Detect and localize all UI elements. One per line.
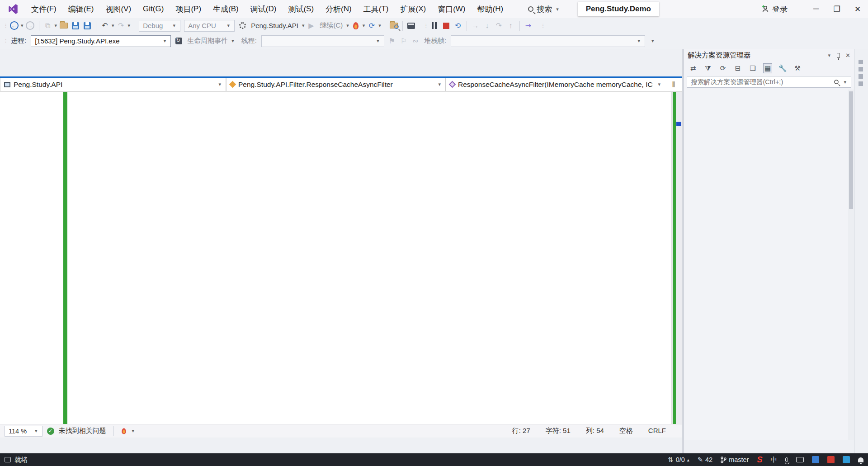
search-control[interactable]: 搜索 ▾ (528, 4, 560, 14)
toolbar-overflow-icon[interactable]: ▾ (651, 38, 655, 44)
step-over-icon[interactable]: → (470, 20, 481, 32)
toggle-flagged-icon[interactable]: ∾ (410, 35, 421, 47)
close-button[interactable]: ✕ (847, 0, 868, 18)
redo-icon[interactable]: ↷ (116, 20, 127, 32)
close-icon[interactable]: ✕ (845, 52, 850, 59)
menu-文件[interactable]: 文件(F) (25, 0, 62, 18)
thread-dropdown[interactable]: ▾ (261, 35, 384, 47)
hot-reload-icon[interactable] (122, 428, 126, 434)
app-tile-red-icon[interactable] (827, 456, 835, 463)
indentation-indicator[interactable]: 空格 (619, 427, 633, 435)
git-sync-indicator[interactable]: ⇅ 0/0 ▴ (668, 456, 689, 463)
lifecycle-events-button[interactable]: 生命周期事件 (187, 37, 228, 45)
sync-with-active-document-icon[interactable]: ⇄ (689, 63, 698, 73)
menu-调试[interactable]: 调试(D) (245, 0, 283, 18)
menu-项目[interactable]: 项目(P) (170, 0, 207, 18)
toolbar-drag-handle[interactable]: ⋮ (541, 25, 543, 27)
show-all-files-icon[interactable]: ❏ (748, 63, 757, 73)
sogou-icon[interactable]: S (757, 455, 762, 465)
menu-分析[interactable]: 分析(N) (320, 0, 358, 18)
editor-scrollbar[interactable] (671, 92, 682, 424)
hot-reload-icon[interactable] (350, 20, 361, 32)
line-ending-indicator[interactable]: CRLF (648, 427, 666, 435)
code-editor[interactable] (0, 92, 682, 424)
caret-char-indicator[interactable]: 字符: 51 (546, 427, 571, 435)
switch-views-icon[interactable]: ▦ (763, 63, 772, 73)
toolbar-drag-handle[interactable]: ⋮ (4, 40, 6, 42)
spell-check-icon[interactable] (546, 20, 557, 32)
background-tasks-icon[interactable] (5, 457, 11, 462)
open-folder-icon[interactable] (58, 20, 69, 32)
collapse-all-icon[interactable]: ⊟ (733, 63, 742, 73)
split-window-icon[interactable]: ⫼ (665, 78, 682, 91)
caret-column-indicator[interactable]: 列: 54 (586, 427, 604, 435)
menu-Git[interactable]: Git(G) (137, 0, 170, 18)
undo-icon[interactable]: ↶ (99, 20, 110, 32)
process-dropdown[interactable]: [15632] Peng.Study.API.exe▾ (31, 35, 171, 47)
menu-测试[interactable]: 测试(S) (282, 0, 320, 18)
find-in-files-icon[interactable] (388, 20, 399, 32)
stop-icon[interactable] (441, 20, 452, 32)
flag-outline-icon[interactable]: ⚐ (398, 35, 409, 47)
bell-icon[interactable] (858, 457, 863, 462)
zoom-level-dropdown[interactable]: 114 %▾ (5, 426, 42, 437)
configuration-dropdown[interactable]: Debug▾ (139, 20, 180, 32)
forward-icon[interactable]: → (25, 20, 36, 32)
app-tile-blue-icon[interactable] (812, 456, 819, 463)
menu-编辑[interactable]: 编辑(E) (62, 0, 100, 18)
tree-scrollbar[interactable] (848, 90, 854, 440)
class-icon (229, 81, 236, 88)
lifecycle-events-icon[interactable] (175, 38, 182, 44)
startup-project-button[interactable]: Peng.Study.API (251, 22, 298, 29)
health-status[interactable]: 未找到相关问题 (59, 427, 106, 435)
git-branch-indicator[interactable]: master (721, 456, 749, 463)
back-icon[interactable]: ← (9, 20, 19, 32)
stack-frame-dropdown[interactable]: ▾ (451, 35, 645, 47)
sign-in-button[interactable]: 登录 (761, 4, 788, 14)
ime-mode-indicator[interactable]: 中 (771, 456, 778, 464)
microphone-icon[interactable] (785, 457, 788, 462)
platform-dropdown[interactable]: Any CPU▾ (184, 20, 235, 32)
chevron-down-icon[interactable]: ▾ (827, 52, 832, 58)
solution-search-input[interactable] (691, 78, 830, 86)
restart-app-icon[interactable]: ⟳ (366, 20, 377, 32)
toolbar-drag-handle[interactable]: ⋮ (424, 25, 427, 27)
menu-窗口[interactable]: 窗口(W) (432, 0, 471, 18)
new-project-icon[interactable]: ⧉ (42, 20, 53, 32)
pin-icon[interactable] (837, 53, 840, 58)
continue-button[interactable]: 继续(C) (320, 21, 343, 30)
properties-icon[interactable]: 🔧 (778, 63, 787, 73)
keyboard-icon[interactable] (796, 457, 804, 462)
menu-工具[interactable]: 工具(T) (358, 0, 395, 18)
menu-生成[interactable]: 生成(B) (207, 0, 245, 18)
member-dropdown[interactable]: ResponseCacheAsyncFilter(IMemoryCache me… (446, 78, 665, 91)
menu-扩展[interactable]: 扩展(X) (394, 0, 432, 18)
pending-edits-indicator[interactable]: ✎ 42 (698, 456, 712, 463)
settings-gear-icon[interactable] (237, 20, 248, 32)
collapsed-tool-window-tab[interactable] (857, 57, 865, 97)
save-all-icon[interactable] (82, 20, 93, 32)
minimize-button[interactable]: ─ (806, 0, 826, 18)
step-into-icon[interactable]: ↓ (482, 20, 493, 32)
solution-search-box[interactable]: ▾ (687, 76, 851, 88)
app-tile-teal-icon[interactable] (843, 456, 850, 463)
menu-视图[interactable]: 视图(V) (99, 0, 137, 18)
project-dropdown[interactable]: Peng.Study.API ▾ (0, 78, 226, 91)
restart-debug-icon[interactable]: ⟲ (453, 20, 463, 32)
pending-changes-filter-icon[interactable]: ⧩ (703, 63, 712, 73)
toolbar-drag-handle[interactable]: ⋮ (4, 25, 6, 27)
refresh-icon[interactable]: ⟳ (718, 63, 727, 73)
show-next-statement-icon[interactable]: ⇝ (523, 20, 534, 32)
type-dropdown[interactable]: Peng.Study.API.Filter.ResponseCacheAsync… (226, 78, 446, 91)
preview-selected-items-icon[interactable]: ⚒ (793, 63, 802, 73)
continue-play-icon[interactable]: ▶ (306, 20, 316, 32)
pause-icon[interactable] (429, 20, 440, 32)
flag-icon[interactable]: ⚑ (387, 35, 397, 47)
save-icon[interactable] (70, 20, 81, 32)
restore-button[interactable]: ❐ (826, 0, 847, 18)
caret-line-indicator[interactable]: 行: 27 (512, 427, 530, 435)
menu-帮助[interactable]: 帮助(H) (472, 0, 509, 18)
console-window-icon[interactable] (406, 20, 417, 32)
step-back-icon[interactable]: ↷ (494, 20, 505, 32)
step-out-icon[interactable]: ↑ (505, 20, 516, 32)
